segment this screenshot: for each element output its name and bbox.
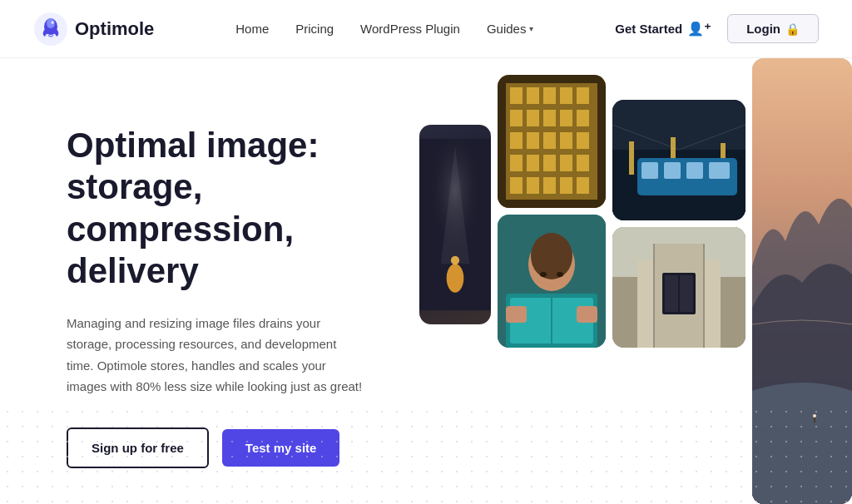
svg-rect-26: [527, 155, 539, 171]
main-nav: Home Pricing WordPress Plugin Guides ▾: [235, 22, 533, 36]
nav-guides[interactable]: Guides ▾: [487, 22, 534, 36]
svg-rect-52: [664, 162, 681, 179]
logo-text: Optimole: [75, 18, 154, 40]
get-started-link[interactable]: Get Started 👤⁺: [615, 21, 711, 37]
svg-rect-19: [577, 110, 589, 126]
svg-rect-32: [543, 177, 556, 194]
svg-rect-16: [527, 110, 539, 126]
svg-rect-18: [560, 110, 572, 126]
guides-chevron-icon: ▾: [529, 24, 533, 33]
svg-point-2: [47, 18, 55, 28]
nav-wordpress-plugin[interactable]: WordPress Plugin: [360, 22, 460, 36]
svg-rect-22: [543, 132, 556, 149]
svg-rect-20: [510, 132, 523, 149]
login-button[interactable]: Login 🔒: [727, 14, 819, 43]
svg-point-37: [531, 233, 572, 279]
svg-point-39: [557, 272, 563, 277]
svg-rect-64: [665, 275, 678, 312]
svg-rect-51: [641, 162, 658, 179]
svg-rect-31: [527, 177, 539, 194]
svg-rect-28: [560, 155, 572, 171]
svg-point-3: [52, 21, 54, 23]
nav-home[interactable]: Home: [235, 22, 269, 36]
main-content: Optimal image: storage, compression, del…: [0, 58, 852, 504]
collage-image-architecture: [612, 227, 746, 348]
svg-rect-24: [577, 132, 589, 149]
svg-rect-43: [506, 306, 527, 323]
svg-rect-29: [577, 155, 589, 171]
collage-image-book: [498, 215, 606, 348]
nav-pricing[interactable]: Pricing: [295, 22, 334, 36]
svg-rect-65: [680, 275, 693, 312]
dots-background: [0, 404, 852, 504]
svg-rect-34: [577, 177, 589, 194]
svg-rect-33: [560, 177, 572, 194]
svg-rect-53: [686, 162, 703, 179]
hero-title: Optimal image: storage, compression, del…: [67, 125, 416, 293]
collage-image-train: [612, 100, 746, 220]
svg-rect-44: [577, 306, 597, 323]
person-add-icon: 👤⁺: [687, 21, 711, 37]
svg-rect-21: [527, 132, 539, 149]
header: Optimole Home Pricing WordPress Plugin G…: [0, 0, 852, 58]
header-right: Get Started 👤⁺ Login 🔒: [615, 14, 819, 43]
hero-description: Managing and resizing image files drains…: [67, 313, 366, 398]
svg-rect-47: [629, 141, 634, 175]
svg-rect-14: [577, 87, 589, 104]
svg-rect-11: [527, 87, 539, 104]
svg-rect-12: [543, 87, 556, 104]
logo-icon: [33, 12, 68, 47]
logo[interactable]: Optimole: [33, 12, 154, 47]
svg-rect-30: [510, 177, 523, 194]
collage-image-person-spotlight: [419, 125, 491, 324]
svg-point-38: [540, 272, 547, 277]
svg-rect-27: [543, 155, 556, 171]
svg-rect-17: [543, 110, 556, 126]
svg-rect-15: [510, 110, 523, 126]
svg-rect-23: [560, 132, 572, 149]
svg-rect-25: [510, 155, 523, 171]
collage-image-building: [498, 75, 606, 208]
lock-icon: 🔒: [785, 22, 800, 36]
svg-rect-13: [560, 87, 572, 104]
svg-rect-54: [709, 162, 730, 179]
svg-point-6: [447, 264, 464, 292]
svg-rect-10: [510, 87, 523, 104]
